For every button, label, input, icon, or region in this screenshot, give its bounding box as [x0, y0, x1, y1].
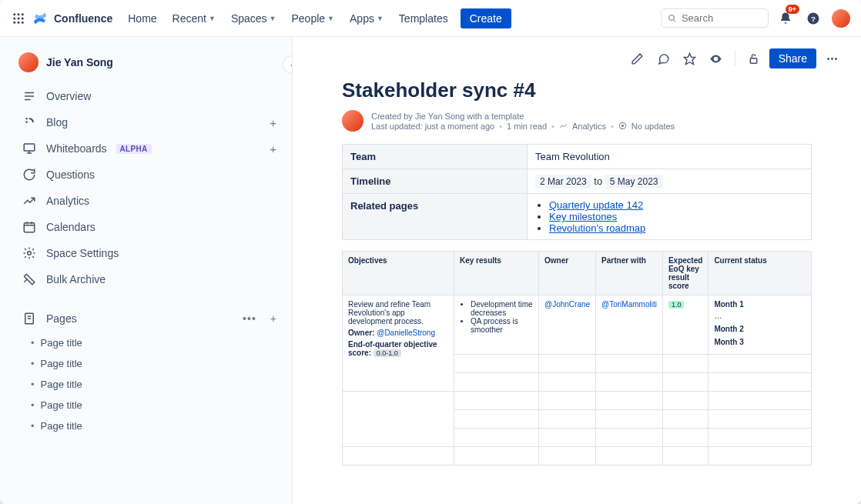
restrictions-button[interactable] [743, 48, 765, 69]
svg-point-4 [18, 17, 20, 19]
pages-more-icon[interactable]: ••• [243, 312, 256, 325]
page-tree-item[interactable]: •Page title [12, 395, 286, 416]
svg-point-1 [18, 13, 20, 15]
svg-line-10 [673, 19, 675, 22]
notifications-button[interactable]: 9+ [775, 8, 796, 29]
created-by-text: Created by Jie Yan Song with a template [371, 112, 675, 121]
related-link[interactable]: Revolution's roadmap [549, 222, 645, 234]
svg-point-31 [835, 58, 837, 60]
date-to: 5 May 2023 [605, 175, 663, 189]
no-updates-text: No updates [632, 122, 675, 131]
svg-point-2 [22, 13, 24, 15]
info-related-label: Related pages [343, 194, 528, 240]
star-button[interactable] [679, 48, 701, 69]
gear-icon [22, 245, 37, 261]
svg-text:?: ? [811, 14, 816, 22]
app-switcher-icon[interactable] [9, 9, 28, 28]
info-related-links: Quarterly update 142 Key milestones Revo… [528, 194, 812, 240]
watch-button[interactable] [705, 48, 727, 69]
comment-button[interactable] [653, 48, 675, 69]
okr-h-partner: Partner with [596, 252, 663, 295]
sidebar-whiteboards[interactable]: Whiteboards ALPHA + [12, 135, 286, 162]
svg-point-3 [13, 17, 15, 19]
archive-icon [22, 272, 37, 287]
svg-point-23 [28, 252, 32, 255]
more-actions-button[interactable] [821, 48, 843, 69]
page-tree-item[interactable]: •Page title [12, 374, 286, 395]
sidebar-bulk-archive[interactable]: Bulk Archive [12, 266, 286, 292]
confluence-logo-icon[interactable] [31, 9, 49, 28]
svg-point-9 [668, 15, 674, 20]
svg-point-7 [18, 21, 20, 23]
analytics-icon [22, 193, 37, 209]
analytics-icon [559, 122, 568, 130]
search-icon [668, 13, 677, 24]
page-info-table: Team Team Revolution Timeline 2 Mar 2023… [342, 144, 812, 240]
page-tree-item[interactable]: •Page title [12, 353, 286, 374]
search-box[interactable] [661, 8, 769, 28]
expected-score-chip: 1.0 [668, 301, 685, 309]
related-link[interactable]: Key milestones [549, 211, 617, 222]
page-actions: Share [293, 37, 861, 69]
pages-icon [22, 311, 37, 326]
sidebar-calendars[interactable]: Calendars [12, 214, 286, 240]
sidebar-analytics[interactable]: Analytics [12, 188, 286, 214]
help-button[interactable]: ? [802, 8, 824, 29]
page-byline: Created by Jie Yan Song with a template … [342, 110, 812, 132]
related-link[interactable]: Quarterly update 142 [549, 199, 643, 211]
okr-h-expected: Expected EoQ key result score [662, 252, 708, 295]
nav-home[interactable]: Home [122, 9, 162, 28]
sidebar-blog[interactable]: Blog + [12, 109, 286, 135]
nav-recent[interactable]: Recent▼ [166, 9, 222, 28]
space-avatar [18, 52, 39, 72]
whiteboards-icon [22, 141, 37, 156]
page-title: Stakeholder sync #4 [342, 78, 812, 102]
notifications-badge: 9+ [786, 5, 799, 14]
owner-mention[interactable]: @DanielleStrong [377, 329, 435, 337]
edit-button[interactable] [627, 48, 648, 69]
chevron-down-icon: ▼ [377, 15, 384, 22]
search-input[interactable] [682, 12, 762, 24]
sidebar-pages-header[interactable]: Pages ••• + [12, 305, 286, 332]
okr-row [343, 392, 812, 410]
create-button[interactable]: Create [461, 8, 511, 28]
add-page-icon[interactable]: + [270, 312, 276, 325]
svg-point-6 [13, 21, 15, 23]
okr-row: Review and refine Team Revolution's app … [343, 295, 812, 355]
alpha-badge: ALPHA [116, 144, 152, 154]
brand-name[interactable]: Confluence [54, 12, 112, 25]
info-timeline-label: Timeline [343, 169, 528, 194]
nav-spaces[interactable]: Spaces▼ [225, 9, 283, 28]
svg-rect-16 [24, 144, 35, 151]
chevron-down-icon: ▼ [209, 15, 216, 22]
sidebar-questions[interactable]: Questions [12, 162, 286, 188]
sidebar-settings[interactable]: Space Settings [12, 240, 286, 266]
chevron-down-icon: ▼ [270, 15, 276, 22]
nav-apps[interactable]: Apps▼ [343, 9, 390, 28]
svg-point-5 [22, 17, 24, 19]
space-header[interactable]: Jie Yan Song [12, 49, 286, 83]
nav-templates[interactable]: Templates [393, 9, 454, 28]
profile-avatar[interactable] [830, 8, 852, 29]
read-time-text: 1 min read [507, 122, 547, 131]
okr-h-objectives: Objectives [343, 252, 454, 295]
eoq-score-chip: 0.0-1.0 [374, 349, 401, 357]
nav-people[interactable]: People▼ [286, 9, 341, 28]
date-from: 2 Mar 2023 [535, 175, 591, 189]
info-timeline-value: 2 Mar 2023 to 5 May 2023 [528, 169, 812, 194]
kr-partner-mention[interactable]: @ToriMammoliti [601, 300, 657, 309]
share-button[interactable]: Share [769, 48, 816, 68]
analytics-link[interactable]: Analytics [572, 122, 606, 131]
author-avatar[interactable] [342, 110, 363, 132]
calendar-icon [22, 219, 37, 235]
presence-icon: ⦿ [618, 122, 627, 131]
svg-rect-19 [24, 223, 35, 232]
add-blog-icon[interactable]: + [270, 116, 276, 129]
okr-table: Objectives Key results Owner Partner wit… [342, 251, 812, 466]
page-tree-item[interactable]: •Page title [12, 332, 286, 353]
sidebar-overview[interactable]: Overview [12, 83, 286, 109]
kr-owner-mention[interactable]: @JohnCrane [544, 300, 590, 309]
add-whiteboard-icon[interactable]: + [270, 142, 276, 155]
chevron-down-icon: ▼ [327, 15, 334, 22]
page-tree-item[interactable]: •Page title [12, 416, 286, 436]
